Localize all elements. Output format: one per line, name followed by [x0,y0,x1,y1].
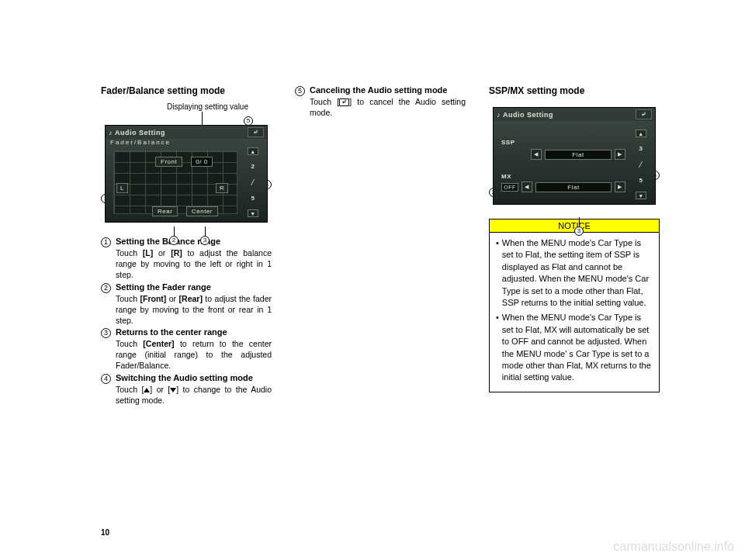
item-desc: Touch [L] or [R] to adjust the balance r… [116,247,272,281]
arrow-up-icon[interactable]: ▲ [636,130,646,137]
screen-title: Audio Setting [503,111,553,119]
ssp-value: Flat [545,150,612,160]
screen-subtitle: Fader/Balance [106,139,267,147]
item-title: Canceling the Audio setting mode [310,85,466,95]
ssp-mx-figure: 1 5 2 4 3 Audio Setting ⤶ SSP ◀ Flat [489,107,660,205]
arrow-down-icon[interactable]: ▼ [248,209,258,217]
side-panel: ▲ 3 ∕ 5 ▼ [630,130,652,199]
right-button[interactable]: R [216,183,228,193]
value-display: 0/ 0 [191,157,213,167]
mx-value: Flat [535,182,612,192]
item-desc: Touch [Center] to return to the center r… [116,338,272,372]
item-title: Switching the Audio setting mode [116,373,272,382]
rear-button[interactable]: Rear [152,206,178,216]
triangle-up-icon [144,388,150,392]
arrow-down-icon[interactable]: ▼ [636,192,646,199]
center-button[interactable]: Center [186,206,218,216]
callout-leader [174,226,175,236]
ssp-prev-button[interactable]: ◀ [531,149,542,160]
bullet-icon: • [496,237,499,309]
side-num-top: 3 [639,145,643,152]
fader-balance-screen: Audio Setting ⤶ Fader/Balance Front 0/ 0… [105,125,268,223]
instruction-item-1: 1 Setting the Balance range Touch [L] or… [101,237,272,281]
column-2: 5 Canceling the Audio setting mode Touch… [295,85,466,407]
music-note-icon [109,129,113,137]
slash-icon: ∕ [640,161,642,169]
side-num-bottom: 5 [639,177,643,184]
item-desc: Touch [Front] or [Rear] to adjust the fa… [116,293,272,327]
page-number: 10 [101,528,109,537]
callout-marker-3: 3 [574,226,584,236]
item-number: 3 [101,328,111,338]
item-number: 1 [101,237,111,247]
music-note-icon [497,111,501,119]
column-1: Fader/Balance setting mode Displaying se… [101,85,272,407]
fader-balance-figure: Displaying setting value 1 2 3 4 5 Audio… [101,102,272,223]
ssp-next-button[interactable]: ▶ [615,149,625,160]
callout-marker-2: 2 [169,236,178,245]
callout-leader [205,226,206,236]
watermark: carmanualsonline.info [613,540,734,554]
item-number: 2 [101,283,111,293]
notice-bullet: • When the MENU mode's Car Type is set t… [496,312,653,383]
slash-icon: ∕ [252,178,254,187]
screen-title: Audio Setting [115,129,165,137]
mx-next-button[interactable]: ▶ [615,181,625,192]
callout-marker-3: 3 [200,236,210,245]
mx-off-button[interactable]: OFF [501,183,518,192]
back-button[interactable]: ⤶ [248,127,265,137]
item-number: 4 [101,374,111,384]
item-number: 5 [295,86,305,96]
item-title: Setting the Balance range [116,237,272,246]
back-button[interactable]: ⤶ [636,109,653,119]
column-3: SSP/MX setting mode 1 5 2 4 3 Audio Sett… [489,85,660,407]
item-title: Returns to the center range [116,327,272,337]
side-num-bottom: 5 [251,195,255,202]
instruction-item-5: 5 Canceling the Audio setting mode Touch… [295,85,466,118]
notice-bullet: • When the MENU mode's Car Type is set t… [496,237,653,309]
notice-box: NOTICE • When the MENU mode's Car Type i… [489,219,660,392]
side-panel: ▲ 2 ∕ 5 ▼ [242,147,264,217]
arrow-up-icon[interactable]: ▲ [248,147,258,155]
ssp-label: SSP [501,139,525,146]
notice-text: When the MENU mode's Car Type is set to … [502,237,653,309]
item-title: Setting the Fader range [116,282,272,292]
bullet-icon: • [496,312,499,383]
ssp-mx-heading: SSP/MX setting mode [489,85,660,96]
fader-balance-heading: Fader/Balance setting mode [101,85,272,96]
instruction-item-4: 4 Switching the Audio setting mode Touch… [101,373,272,406]
triangle-down-icon [170,388,176,392]
side-num-top: 2 [251,163,255,170]
front-button[interactable]: Front [155,157,182,167]
instruction-item-2: 2 Setting the Fader range Touch [Front] … [101,282,272,327]
mx-prev-button[interactable]: ◀ [522,181,532,192]
item-desc: Touch [] or [] to change to the Audio se… [116,384,272,406]
ssp-mx-screen: Audio Setting ⤶ SSP ◀ Flat ▶ MX OFF ◀ [493,107,656,205]
displaying-value-label: Displaying setting value [101,102,272,111]
notice-text: When the MENU mode's Car Type is set to … [502,312,653,383]
callout-leader [579,217,580,226]
return-icon: ⤶ [339,99,349,106]
instruction-item-3: 3 Returns to the center range Touch [Cen… [101,327,272,372]
item-desc: Touch [⤶] to cancel the Audio setting mo… [310,96,466,118]
left-button[interactable]: L [116,183,128,193]
